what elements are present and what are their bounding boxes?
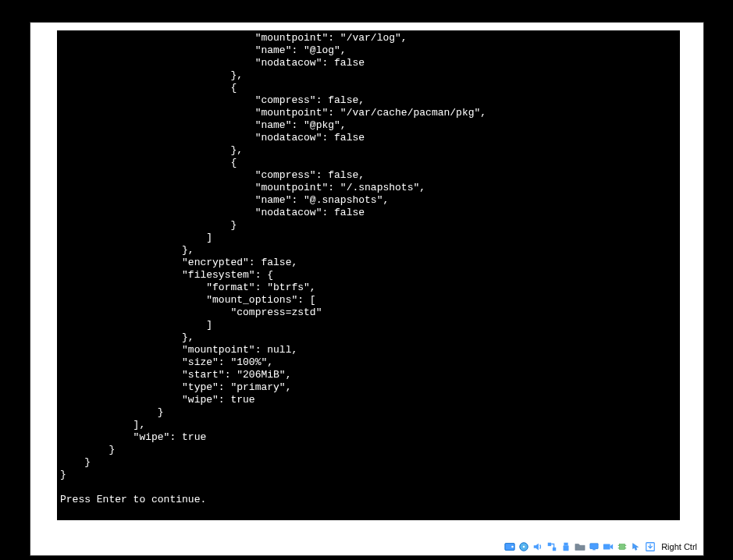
shared-folder-icon[interactable] <box>574 541 586 553</box>
svg-rect-4 <box>548 543 551 546</box>
svg-point-3 <box>523 546 525 548</box>
host-key-label: Right Ctrl <box>661 542 697 551</box>
processor-icon[interactable] <box>616 541 628 553</box>
terminal-text: "mountpoint": "/var/log", "name": "@log"… <box>60 32 486 505</box>
display-icon[interactable] <box>588 541 600 553</box>
svg-rect-7 <box>564 545 569 551</box>
network-icon[interactable] <box>546 541 558 553</box>
svg-rect-8 <box>590 544 599 549</box>
svg-rect-11 <box>620 544 625 550</box>
hard-disk-icon[interactable] <box>503 541 516 553</box>
svg-rect-5 <box>553 548 556 551</box>
vm-status-bar: Right Ctrl <box>503 541 697 553</box>
terminal-output[interactable]: "mountpoint": "/var/log", "name": "@log"… <box>57 30 680 520</box>
svg-rect-6 <box>564 543 568 546</box>
svg-point-1 <box>511 546 514 548</box>
vm-window: "mountpoint": "/var/log", "name": "@log"… <box>30 22 704 556</box>
keyboard-icon[interactable] <box>644 541 656 553</box>
svg-rect-10 <box>603 544 610 550</box>
recording-icon[interactable] <box>602 541 614 553</box>
mouse-integration-icon[interactable] <box>630 541 642 553</box>
usb-icon[interactable] <box>560 541 572 553</box>
audio-icon[interactable] <box>532 541 544 553</box>
optical-disk-icon[interactable] <box>518 541 530 553</box>
svg-rect-9 <box>592 549 596 551</box>
